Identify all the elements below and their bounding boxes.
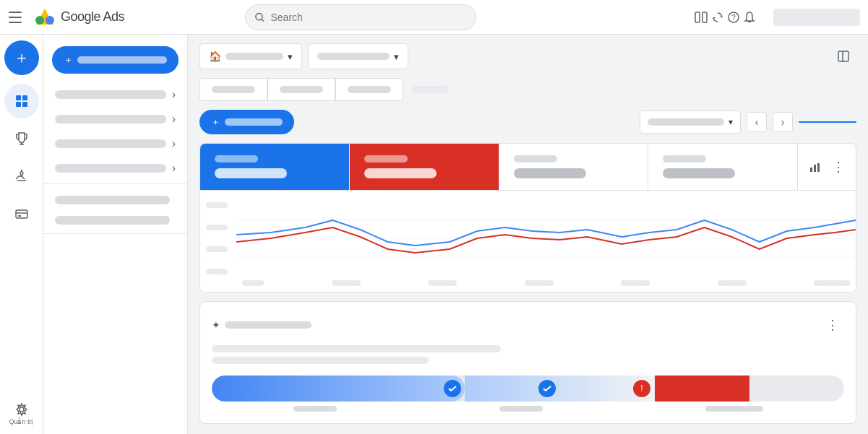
warning-icon: ! bbox=[637, 383, 647, 394]
collapse-icon bbox=[837, 50, 850, 63]
nav-item-2[interactable]: › bbox=[43, 107, 187, 131]
metric-4-label bbox=[663, 155, 706, 162]
prev-date-button[interactable]: ‹ bbox=[747, 112, 767, 132]
chart-area bbox=[200, 191, 856, 292]
metric-1-value bbox=[215, 168, 287, 178]
account-selector[interactable] bbox=[773, 9, 860, 26]
sidebar-item-tools[interactable] bbox=[4, 159, 39, 194]
app-logo: Google Ads bbox=[35, 7, 124, 27]
columns-icon-button[interactable] bbox=[694, 4, 708, 30]
chart-type-button[interactable] bbox=[804, 155, 827, 178]
chevron-icon-3: › bbox=[172, 137, 176, 150]
bell-icon bbox=[743, 11, 756, 24]
metric-tile-2[interactable] bbox=[350, 144, 499, 190]
text-line-2 bbox=[212, 357, 429, 364]
next-date-button[interactable]: › bbox=[773, 112, 793, 132]
metric-4-value bbox=[663, 168, 735, 178]
add-item-button[interactable]: ＋ bbox=[199, 110, 294, 134]
chart-card: ⋮ bbox=[199, 143, 856, 292]
svg-rect-26 bbox=[817, 163, 820, 172]
sidebar-item-billing[interactable] bbox=[4, 196, 39, 231]
progress-fill-red bbox=[655, 376, 749, 402]
billing-icon bbox=[14, 207, 29, 221]
nav-section-1: › › › › bbox=[43, 79, 187, 184]
notification-button[interactable] bbox=[743, 4, 756, 30]
admin-label: Quản trị bbox=[9, 418, 33, 425]
create-campaign-button[interactable]: ＋ bbox=[52, 46, 179, 74]
svg-rect-14 bbox=[22, 102, 27, 107]
admin-icon bbox=[14, 402, 29, 417]
bottom-card-header: ✦ ⋮ bbox=[212, 313, 844, 337]
refresh-button[interactable] bbox=[711, 4, 724, 30]
chart-x-labels bbox=[236, 280, 856, 286]
campaign-dropdown[interactable]: ▾ bbox=[308, 43, 408, 69]
sidebar-item-overview[interactable] bbox=[4, 84, 39, 118]
nav-item-1[interactable]: › bbox=[43, 82, 187, 107]
tab-1[interactable] bbox=[199, 78, 267, 101]
create-button[interactable]: ＋ bbox=[4, 40, 39, 75]
tab-2-label bbox=[280, 86, 323, 93]
x-label-7 bbox=[814, 280, 850, 286]
search-bar[interactable] bbox=[245, 4, 476, 30]
svg-point-21 bbox=[20, 407, 24, 412]
progress-dot-1 bbox=[444, 380, 461, 397]
refresh-icon bbox=[711, 11, 724, 24]
svg-rect-12 bbox=[22, 95, 27, 100]
metric-2-value bbox=[364, 168, 437, 178]
collapse-panel-button[interactable] bbox=[830, 43, 856, 69]
nav-item-4[interactable]: › bbox=[43, 156, 187, 181]
svg-rect-22 bbox=[838, 51, 848, 61]
tab-3[interactable] bbox=[335, 78, 403, 101]
menu-icon[interactable] bbox=[9, 9, 26, 26]
metric-tile-1[interactable] bbox=[200, 144, 350, 190]
progress-dot-3: ! bbox=[633, 380, 650, 397]
sidebar-item-recommendations[interactable] bbox=[4, 121, 39, 156]
x-label-3 bbox=[428, 280, 457, 286]
nav-item-3[interactable]: › bbox=[43, 131, 187, 156]
sparkle-icon: ✦ bbox=[212, 319, 220, 331]
chart-more-button[interactable]: ⋮ bbox=[827, 155, 850, 178]
bar-chart-icon bbox=[809, 160, 822, 173]
tools-icon bbox=[14, 169, 29, 183]
progress-fill-light bbox=[465, 376, 655, 402]
progress-dot-2 bbox=[538, 380, 556, 397]
svg-rect-6 bbox=[702, 12, 707, 22]
home-dropdown[interactable]: 🏠 ▾ bbox=[199, 43, 302, 69]
chevron-icon-2: › bbox=[172, 113, 176, 126]
metric-tile-4[interactable] bbox=[648, 144, 797, 190]
y-label-2 bbox=[206, 225, 228, 230]
x-label-6 bbox=[718, 280, 747, 286]
tab-3-label bbox=[348, 86, 391, 93]
checkmark-icon-1 bbox=[447, 383, 457, 394]
search-icon bbox=[254, 12, 265, 23]
metric-3-value bbox=[514, 168, 586, 178]
tab-2[interactable] bbox=[267, 78, 335, 101]
metric-tile-3[interactable] bbox=[499, 144, 649, 190]
view-link[interactable] bbox=[799, 121, 856, 123]
chart-svg bbox=[236, 202, 856, 274]
chevron-icon-1: › bbox=[172, 88, 176, 101]
sidebar: ＋ Quản trị bbox=[0, 35, 43, 434]
x-label-1 bbox=[242, 280, 264, 286]
google-ads-logo-icon bbox=[35, 7, 55, 27]
x-label-4 bbox=[525, 280, 554, 286]
main-layout: ＋ Quản trị ＋ › bbox=[0, 35, 868, 434]
svg-rect-20 bbox=[18, 215, 21, 217]
bottom-more-button[interactable]: ⋮ bbox=[821, 313, 844, 337]
text-line-1 bbox=[212, 345, 501, 352]
app-title: Google Ads bbox=[61, 9, 124, 25]
x-label-2 bbox=[332, 280, 361, 286]
nav-item-6[interactable] bbox=[43, 210, 187, 230]
sidebar-item-admin[interactable]: Quản trị bbox=[4, 396, 39, 431]
chart-y-labels bbox=[200, 202, 236, 274]
chart-metrics-row: ⋮ bbox=[200, 144, 856, 191]
search-input[interactable] bbox=[270, 12, 466, 23]
left-panel: ＋ › › › › bbox=[43, 35, 188, 434]
nav-item-5[interactable] bbox=[43, 190, 187, 210]
progress-labels bbox=[212, 406, 844, 412]
svg-text:!: ! bbox=[640, 383, 643, 394]
progress-label-2 bbox=[499, 406, 543, 412]
help-button[interactable]: ? bbox=[727, 4, 740, 30]
checkmark-icon-2 bbox=[542, 383, 552, 394]
date-range-dropdown[interactable]: ▾ bbox=[640, 110, 741, 134]
